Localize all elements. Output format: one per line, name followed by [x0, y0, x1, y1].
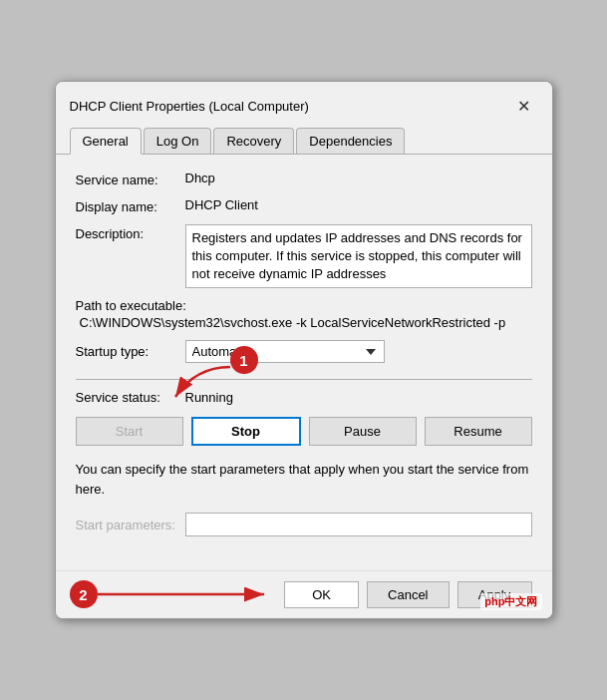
startup-select[interactable]: Automatic Manual Disabled [185, 340, 385, 363]
description-value[interactable]: Registers and updates IP addresses and D… [185, 224, 532, 288]
start-button[interactable]: Start [76, 417, 183, 446]
service-control-buttons: Start Stop Pause Resume [76, 417, 532, 446]
close-button[interactable]: ✕ [510, 92, 538, 120]
dialog-content: Service name: Dhcp Display name: DHCP Cl… [56, 155, 552, 570]
cancel-button[interactable]: Cancel [367, 581, 449, 608]
service-name-label: Service name: [76, 171, 185, 187]
startup-label: Startup type: [76, 344, 185, 359]
ok-button[interactable]: OK [284, 581, 359, 608]
tab-general[interactable]: General [70, 128, 142, 155]
description-row: Description: Registers and updates IP ad… [76, 224, 532, 288]
info-text: You can specify the start parameters tha… [76, 460, 532, 499]
display-name-value: DHCP Client [185, 197, 532, 212]
watermark: php中文网 [480, 593, 541, 610]
service-status-section: 1 Service status: Running Start Stop Pau [76, 390, 532, 446]
footer-wrapper: 2 OK Cancel Apply php中文网 [56, 570, 552, 618]
params-label: Start parameters: [76, 518, 185, 532]
tab-dependencies[interactable]: Dependencies [296, 128, 405, 154]
dialog-window: DHCP Client Properties (Local Computer) … [55, 81, 553, 619]
stop-button[interactable]: Stop [191, 417, 301, 446]
display-name-row: Display name: DHCP Client [76, 197, 532, 214]
annotation-1-badge: 1 [230, 346, 258, 374]
pause-button[interactable]: Pause [309, 417, 417, 446]
arrow-1 [136, 362, 245, 412]
params-row: Start parameters: [76, 513, 532, 536]
path-label: Path to executable: [76, 298, 532, 313]
description-label: Description: [76, 224, 185, 241]
annotation-2-badge: 2 [70, 580, 98, 608]
service-name-value: Dhcp [185, 171, 532, 185]
badge-1: 1 [230, 346, 258, 374]
startup-row: Startup type: Automatic Manual Disabled [76, 340, 532, 363]
service-name-row: Service name: Dhcp [76, 171, 532, 187]
path-value: C:\WINDOWS\system32\svchost.exe -k Local… [76, 315, 532, 330]
tab-strip: General Log On Recovery Dependencies [56, 120, 552, 155]
params-input[interactable] [185, 513, 532, 536]
path-row: Path to executable: C:\WINDOWS\system32\… [76, 298, 532, 330]
dialog-footer: OK Cancel Apply [56, 570, 552, 618]
tab-logon[interactable]: Log On [144, 128, 212, 154]
window-title: DHCP Client Properties (Local Computer) [70, 99, 309, 114]
resume-button[interactable]: Resume [425, 417, 532, 446]
badge-2: 2 [70, 580, 98, 608]
tab-recovery[interactable]: Recovery [213, 128, 294, 154]
display-name-label: Display name: [76, 197, 185, 214]
title-bar: DHCP Client Properties (Local Computer) … [56, 82, 552, 120]
